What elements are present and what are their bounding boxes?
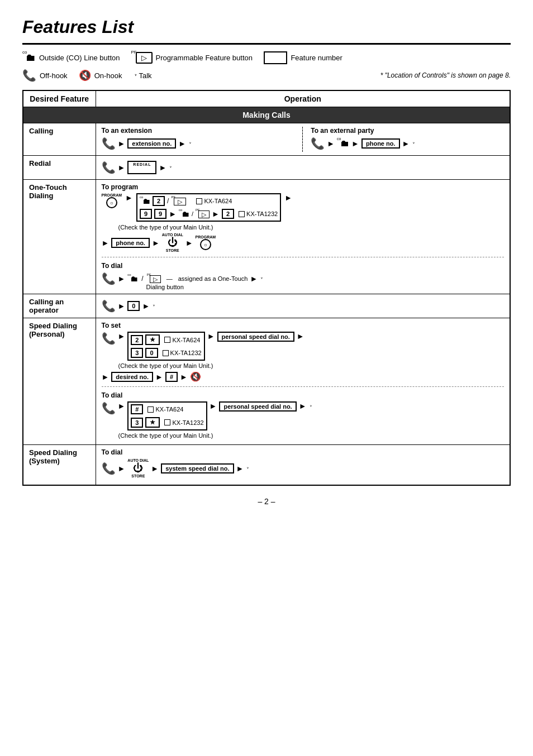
personal-speed-dial-btn-2[interactable]: personal speed dial no. bbox=[219, 401, 296, 412]
pf-button-text: Programmable Feature button bbox=[156, 54, 253, 62]
table-row: Calling anoperator 📞 ► 0 ► 𝃯 bbox=[23, 294, 510, 318]
to-dial-label-ot: To dial bbox=[102, 262, 505, 270]
program-circle-icon-2[interactable]: ○ bbox=[200, 239, 211, 250]
nine-btn-1[interactable]: 9 bbox=[140, 209, 152, 219]
program-bracket-group: co 🖿 2 / PF ▷ bbox=[136, 193, 281, 222]
offhook-sym-sp2: 📞 bbox=[102, 401, 116, 415]
arrow-sp5: ► bbox=[155, 372, 163, 381]
spd-bracket-row-2: 3 ★ KX-TA1232 bbox=[131, 417, 203, 428]
table-row: Speed Dialing(System) To dial 📞 ► AUTO D… bbox=[23, 445, 510, 486]
redial-label: REDIAL bbox=[133, 162, 151, 166]
feature-number-legend-item: Feature number bbox=[264, 51, 342, 64]
arrow-4: ► bbox=[351, 139, 359, 148]
speed-set-row-2: ► desired no. ► # ► 🔇 bbox=[102, 371, 505, 382]
redial-steps: 📞 ► REDIAL ► 𝃯 bbox=[102, 161, 505, 174]
co-line-text: Outside (CO) Line button bbox=[39, 54, 120, 62]
feature-calling: Calling bbox=[23, 123, 96, 156]
two-btn-2[interactable]: 2 bbox=[222, 209, 234, 219]
speed-dial-bracket-2: # KX-TA624 3 ★ bbox=[127, 401, 207, 430]
hash-btn-spd[interactable]: # bbox=[131, 404, 143, 414]
feature-number-text: Feature number bbox=[291, 54, 342, 62]
program-btn-2: PROGRAM ○ bbox=[196, 235, 216, 250]
op-speed-system: To dial 📞 ► AUTO DIAL ⏻ STORE ► system s… bbox=[96, 445, 510, 486]
arrow-ot5: ► bbox=[102, 238, 110, 247]
offhook-legend-item: 📞 Off-hook bbox=[22, 69, 68, 82]
desired-no-btn[interactable]: desired no. bbox=[111, 372, 153, 382]
table-row: One-TouchDialing To program PROGRAM ○ ► bbox=[23, 180, 510, 294]
zero-btn[interactable]: 0 bbox=[127, 301, 140, 311]
two-btn-sp[interactable]: 2 bbox=[131, 335, 143, 345]
co-icon-1: co 🖿 bbox=[337, 138, 349, 149]
offhook-text: Off-hook bbox=[40, 71, 68, 80]
co-legend-item: co 🖿 Outside (CO) Line button bbox=[22, 52, 120, 64]
arrow-sp2: ► bbox=[207, 332, 215, 341]
table-row: Speed Dialing(Personal) To set 📞 ► 2 ★ bbox=[23, 318, 510, 445]
checkbox-icon bbox=[196, 198, 202, 204]
sp-bracket-row-1: 2 ★ KX-TA624 bbox=[131, 334, 201, 346]
speed-set-row: 📞 ► 2 ★ KX-TA624 bbox=[102, 332, 505, 361]
onhook-icon: 🔇 bbox=[79, 69, 91, 82]
speed-personal-dial-steps: 📞 ► # KX-TA624 3 bbox=[102, 401, 505, 430]
check-main-unit-sp: (Check the type of your Main Unit.) bbox=[118, 362, 505, 369]
hash-btn-sp[interactable]: # bbox=[165, 372, 178, 382]
kx-ta624-sp: KX-TA624 bbox=[172, 337, 200, 343]
arrow-ot4: ► bbox=[284, 193, 292, 202]
program-circle-icon[interactable]: ○ bbox=[106, 197, 117, 208]
feature-redial: Redial bbox=[23, 156, 96, 180]
program-row-1: PROGRAM ○ ► co 🖿 2 / bbox=[102, 193, 505, 222]
arrow-spd1: ► bbox=[118, 401, 126, 410]
three-btn-sp[interactable]: 3 bbox=[131, 348, 143, 358]
arrow-spd2: ► bbox=[210, 401, 217, 410]
section-making-calls: Making Calls bbox=[23, 107, 510, 123]
check-main-unit-1: (Check the type of your Main Unit.) bbox=[118, 224, 505, 231]
arrow-5: ► bbox=[402, 139, 410, 148]
arrow-ot6: ► bbox=[152, 238, 160, 247]
nine-btn-2[interactable]: 9 bbox=[154, 209, 166, 219]
table-row: Calling To an extension 📞 ► extension no… bbox=[23, 123, 510, 156]
talk-sym-co: 𝃯 bbox=[152, 301, 154, 311]
phone-no-btn[interactable]: phone no. bbox=[361, 138, 400, 149]
redial-box: REDIAL bbox=[127, 161, 156, 174]
arrow-r2: ► bbox=[159, 163, 166, 172]
star-btn-spd[interactable]: ★ bbox=[145, 417, 160, 428]
speed-system-steps: 📞 ► AUTO DIAL ⏻ STORE ► system speed dia… bbox=[102, 458, 505, 478]
auto-dial-icon: AUTO DIAL ⏻ STORE bbox=[162, 233, 183, 252]
phone-no-btn-ot[interactable]: phone no. bbox=[111, 238, 150, 248]
talk-text: Talk bbox=[139, 71, 152, 80]
calling-extension-label: To an extension bbox=[102, 127, 295, 135]
feature-speed-system: Speed Dialing(System) bbox=[23, 445, 96, 486]
speed-personal-bracket: 2 ★ KX-TA624 3 0 bbox=[127, 332, 204, 361]
arrow-ot8: ► bbox=[118, 274, 126, 283]
arrow-sys3: ► bbox=[236, 464, 244, 473]
kx-ta1232-spd: KX-TA1232 bbox=[172, 419, 203, 426]
star-btn-sp[interactable]: ★ bbox=[145, 334, 160, 345]
onhook-sym-sp: 🔇 bbox=[190, 371, 201, 382]
talk-legend-item: 𝃯 Talk bbox=[134, 70, 152, 82]
legend-row-2: 📞 Off-hook 🔇 On-hook 𝃯 Talk * "Location … bbox=[22, 69, 511, 82]
system-speed-dial-btn[interactable]: system speed dial no. bbox=[161, 463, 234, 473]
extension-no-btn[interactable]: extension no. bbox=[127, 138, 176, 149]
three-btn-spd[interactable]: 3 bbox=[131, 418, 143, 428]
checkbox-icon-sp2 bbox=[163, 350, 169, 356]
zero-btn-sp[interactable]: 0 bbox=[145, 348, 158, 358]
spd-bracket-row-1: # KX-TA624 bbox=[131, 404, 203, 415]
arrow-sys1: ► bbox=[118, 464, 126, 473]
arrow-ot1: ► bbox=[125, 193, 133, 202]
check-main-unit-spd: (Check the type of your Main Unit.) bbox=[118, 432, 505, 439]
kx-ta1232-sp: KX-TA1232 bbox=[170, 350, 202, 356]
offhook-sym-3: 📞 bbox=[102, 161, 116, 174]
bracket-row-1: co 🖿 2 / PF ▷ bbox=[140, 195, 278, 207]
talk-sym-sys: 𝃯 bbox=[246, 463, 248, 473]
calling-extension-steps: 📞 ► extension no. ► 𝃯 bbox=[102, 137, 295, 150]
personal-speed-dial-btn[interactable]: personal speed dial no. bbox=[217, 332, 294, 342]
program-row-2: ► phone no. ► AUTO DIAL ⏻ STORE ► PROGRA… bbox=[102, 233, 505, 252]
calling-external-col: To an external party 📞 ► co 🖿 ► phone no… bbox=[311, 127, 504, 152]
feature-one-touch: One-TouchDialing bbox=[23, 180, 96, 294]
op-calling: To an extension 📞 ► extension no. ► 𝃯 To… bbox=[96, 123, 510, 156]
title-rule bbox=[22, 43, 511, 45]
feature-number-box bbox=[264, 51, 287, 64]
co-line-icon: co 🖿 bbox=[22, 52, 36, 64]
col-feature-header: Desired Feature bbox=[23, 90, 96, 107]
co-icon-ot: co 🖿 bbox=[140, 197, 150, 205]
two-btn-1[interactable]: 2 bbox=[153, 196, 165, 206]
